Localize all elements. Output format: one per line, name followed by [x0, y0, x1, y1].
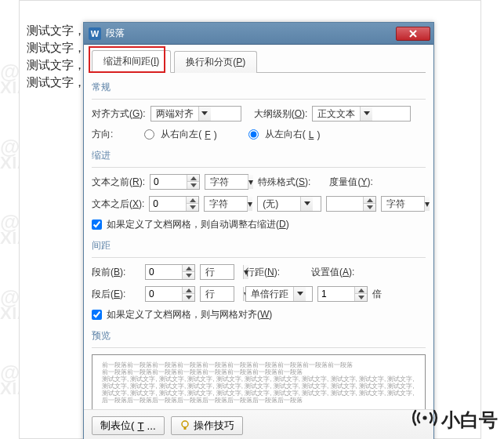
set-value-input[interactable]	[317, 286, 368, 302]
indent-before-label: 文本之前(R):	[92, 176, 145, 189]
direction-label: 方向:	[92, 128, 113, 141]
dialog-title: 段落	[106, 27, 396, 40]
spin-down-icon	[183, 272, 194, 279]
spin-up-icon	[187, 197, 198, 204]
section-general-title: 常规	[92, 81, 426, 94]
tab-indent-spacing[interactable]: 缩进和间距(I)	[92, 50, 171, 73]
outline-select[interactable]: 正文文本	[312, 106, 411, 122]
spin-up-icon	[355, 287, 367, 294]
special-select[interactable]: (无)	[257, 196, 321, 212]
spin-down-icon	[183, 294, 194, 301]
set-value-unit: 倍	[372, 288, 382, 301]
indent-before-unit[interactable]: 字符▾	[205, 174, 248, 190]
svg-point-0	[182, 421, 188, 427]
close-button[interactable]	[396, 27, 430, 41]
chevron-down-icon[interactable]	[360, 107, 372, 121]
chevron-down-icon[interactable]	[300, 197, 313, 211]
indent-after-unit[interactable]: 字符▾	[204, 196, 248, 212]
special-label: 特殊格式(S):	[258, 176, 310, 189]
indent-after-input[interactable]	[149, 196, 199, 212]
space-after-unit[interactable]: 行▾	[200, 286, 234, 302]
align-label: 对齐方式(G):	[92, 107, 146, 121]
svg-rect-1	[183, 427, 186, 430]
app-icon: W	[89, 27, 101, 40]
direction-rtl[interactable]: 从右向左(F)	[144, 128, 216, 141]
close-icon	[408, 29, 418, 38]
spin-up-icon	[183, 287, 194, 294]
chevron-down-icon[interactable]	[198, 107, 211, 121]
align-select[interactable]: 两端对齐	[150, 106, 241, 122]
spin-down-icon	[187, 182, 199, 189]
set-value-label: 设置值(A):	[311, 266, 354, 279]
dropdown-plus-icon[interactable]: ▾	[424, 197, 430, 211]
spin-up-icon	[187, 175, 199, 182]
lightbulb-icon	[179, 420, 190, 431]
space-before-label: 段前(B):	[92, 266, 140, 279]
tab-line-page-breaks[interactable]: 换行和分页(P)	[174, 51, 257, 73]
dropdown-plus-icon[interactable]: ▾	[247, 197, 252, 211]
titlebar[interactable]: W 段落	[84, 23, 433, 45]
tabstops-button[interactable]: 制表位(T...	[92, 416, 165, 435]
spin-up-icon	[183, 265, 194, 272]
outline-label: 大纲级别(O):	[254, 107, 308, 121]
spin-down-icon	[355, 294, 367, 301]
section-spacing-title: 间距	[92, 239, 426, 252]
dropdown-plus-icon[interactable]: ▾	[248, 175, 253, 189]
indent-grid-checkbox[interactable]: 如果定义了文档网格，则自动调整右缩进(D)	[92, 218, 289, 231]
section-preview-title: 预览	[92, 329, 426, 343]
spin-down-icon	[187, 204, 198, 211]
section-indent-title: 缩进	[92, 149, 426, 162]
indent-before-input[interactable]	[150, 174, 200, 190]
measure-label: 度量值(Y):	[329, 176, 372, 189]
space-before-input[interactable]	[145, 264, 195, 280]
spin-up-icon	[364, 197, 375, 204]
measure-input[interactable]	[326, 196, 376, 212]
dialog-footer: 制表位(T... 操作技巧	[84, 409, 433, 439]
space-after-label: 段后(E):	[92, 288, 140, 301]
measure-unit[interactable]: 字符▾	[381, 196, 425, 212]
space-before-unit[interactable]: 行▾	[200, 264, 234, 280]
chevron-down-icon[interactable]	[293, 287, 306, 301]
paragraph-dialog: W 段落 缩进和间距(I) 换行和分页(P) 常规 对齐方式(G): 两端对齐 …	[83, 22, 434, 439]
direction-ltr[interactable]: 从左向右(L)	[248, 128, 321, 141]
spin-down-icon	[364, 204, 375, 211]
space-after-input[interactable]	[145, 286, 195, 302]
line-spacing-select[interactable]: 单倍行距	[245, 286, 313, 302]
tips-button[interactable]: 操作技巧	[171, 416, 243, 435]
spacing-grid-checkbox[interactable]: 如果定义了文档网格，则与网格对齐(W)	[92, 308, 272, 321]
indent-after-label: 文本之后(X):	[92, 198, 144, 211]
line-spacing-label: 行距(N):	[245, 266, 280, 279]
tabs: 缩进和间距(I) 换行和分页(P)	[92, 51, 426, 73]
